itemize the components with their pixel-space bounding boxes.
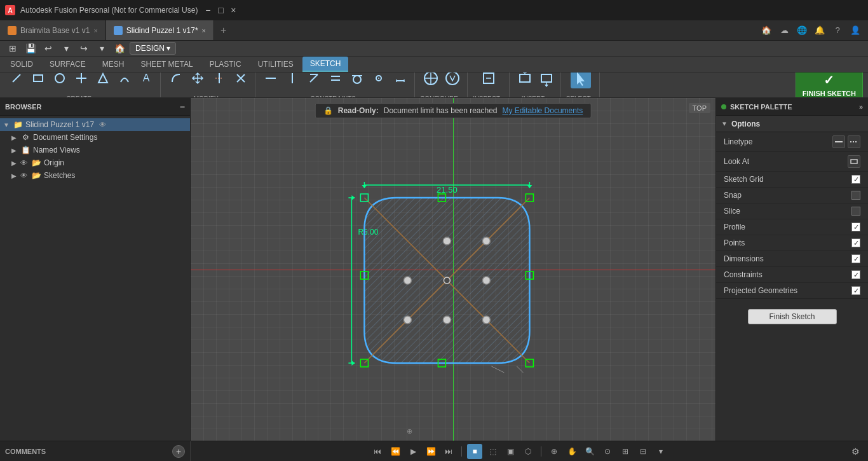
quick-access-button[interactable]: ⊞: [5, 41, 20, 56]
play-back-button[interactable]: ⏪: [388, 444, 403, 459]
minimize-button[interactable]: −: [203, 5, 213, 15]
chevron-right-icon-sketches[interactable]: ▶: [10, 172, 18, 179]
horizontal-constraint[interactable]: [261, 72, 281, 88]
help-icon[interactable]: ?: [830, 23, 845, 38]
points-checkbox[interactable]: [851, 238, 860, 247]
zoom-control[interactable]: 🔍: [582, 444, 597, 459]
skip-start-button[interactable]: ⏮: [370, 444, 385, 459]
editable-docs-link[interactable]: My Editable Documents: [503, 106, 583, 115]
dimension-tool[interactable]: [390, 72, 410, 88]
lookat-button[interactable]: [848, 155, 860, 168]
slice-checkbox[interactable]: [851, 207, 860, 216]
browser-item-origin[interactable]: ▶ 👁 📂 Origin: [0, 156, 190, 169]
arc-tool[interactable]: [114, 72, 135, 88]
cross-tool[interactable]: [71, 72, 92, 88]
configure-tool2[interactable]: [442, 72, 463, 88]
text-tool[interactable]: A: [136, 72, 156, 88]
toolbar-tab-plastic[interactable]: PLASTIC: [202, 57, 249, 71]
browser-collapse-button[interactable]: −: [180, 102, 185, 112]
design-dropdown-button[interactable]: DESIGN ▾: [130, 42, 176, 55]
constraints-checkbox[interactable]: [851, 270, 860, 279]
vertical-constraint[interactable]: [282, 72, 302, 88]
rect-tool[interactable]: [28, 72, 48, 88]
nav-back-button[interactable]: 🏠: [759, 23, 774, 38]
insert-tool1[interactable]: [515, 72, 535, 88]
toolbar-tab-utilities[interactable]: UTILITIES: [250, 57, 301, 71]
toolbar-tab-sketch[interactable]: SKETCH: [302, 57, 349, 72]
linetype-btn1[interactable]: [832, 135, 845, 148]
skip-end-button[interactable]: ⏭: [441, 444, 456, 459]
measure-tool[interactable]: [478, 72, 499, 88]
browser-item-named-views[interactable]: ▶ 📋 Named Views: [0, 144, 190, 156]
account-icon[interactable]: 👤: [848, 23, 863, 38]
tab-close-slidind[interactable]: ×: [202, 27, 206, 34]
finish-sketch-toolbar-button[interactable]: ✓ FINISH SKETCH: [796, 72, 863, 97]
play-forward-button[interactable]: ⏩: [423, 444, 438, 459]
chevron-down-icon[interactable]: ▼: [3, 121, 10, 128]
dimensions-checkbox[interactable]: [851, 254, 860, 263]
notification-icon[interactable]: 🔔: [812, 23, 827, 38]
play-button[interactable]: ▶: [405, 444, 421, 459]
undo-button[interactable]: ↩: [41, 41, 56, 56]
view-cube-hidden[interactable]: ⬡: [520, 444, 536, 459]
chevron-right-icon-origin[interactable]: ▶: [10, 160, 18, 167]
tri-tool[interactable]: [93, 72, 113, 88]
visibility-icon[interactable]: 👁: [99, 121, 106, 128]
move-tool[interactable]: [187, 72, 208, 88]
orbit-control[interactable]: ⊕: [546, 444, 562, 459]
save-button[interactable]: 💾: [23, 41, 38, 56]
tangent-constraint[interactable]: [347, 72, 367, 88]
redo-dropdown-button[interactable]: ▾: [94, 41, 109, 56]
more-control[interactable]: ▾: [653, 444, 668, 459]
configure-tool1[interactable]: [421, 72, 441, 88]
line-tool[interactable]: [6, 72, 27, 88]
toolbar-tab-solid[interactable]: SOLID: [3, 57, 41, 71]
insert-tool2[interactable]: [536, 72, 557, 88]
tab-slidind[interactable]: Slidind Puzzel 1 v17* ×: [106, 20, 214, 40]
view-cube-wire[interactable]: ⬚: [485, 444, 500, 459]
palette-expand-button[interactable]: »: [859, 103, 863, 111]
chevron-right-icon[interactable]: ▶: [10, 134, 18, 141]
add-comment-button[interactable]: +: [172, 445, 185, 458]
toolbar-tab-surface[interactable]: SURFACE: [42, 57, 93, 71]
eye-icon-sketches[interactable]: 👁: [20, 172, 27, 179]
toolbar-tab-sheetmetal[interactable]: SHEET METAL: [133, 57, 200, 71]
fit-control[interactable]: ⊙: [600, 444, 615, 459]
maximize-button[interactable]: □: [215, 5, 226, 15]
split-tool[interactable]: [209, 72, 229, 88]
browser-item-root[interactable]: ▼ 📁 Slidind Puzzel 1 v17 👁: [0, 118, 190, 131]
grid-more-control[interactable]: ⊟: [635, 444, 651, 459]
snap-checkbox[interactable]: [851, 191, 860, 200]
palette-options-header[interactable]: ▼ Options: [716, 116, 868, 132]
projected-geom-checkbox[interactable]: [851, 286, 860, 295]
select-tool[interactable]: [571, 72, 591, 88]
coincident-constraint[interactable]: [369, 72, 389, 88]
browser-item-doc-settings[interactable]: ▶ ⚙ Document Settings: [0, 131, 190, 144]
perp-constraint[interactable]: [304, 72, 324, 88]
sketch-grid-checkbox[interactable]: [851, 175, 860, 184]
fillet-tool[interactable]: [166, 72, 186, 88]
grid-control[interactable]: ⊞: [618, 444, 633, 459]
trim-tool[interactable]: [231, 72, 251, 88]
home-button[interactable]: 🏠: [112, 41, 127, 56]
close-button[interactable]: ×: [228, 5, 238, 15]
undo-dropdown-button[interactable]: ▾: [58, 41, 74, 56]
linetype-btn2[interactable]: [848, 135, 860, 148]
circle-tool[interactable]: [50, 72, 70, 88]
toolbar-tab-mesh[interactable]: MESH: [95, 57, 132, 71]
profile-checkbox[interactable]: [851, 223, 860, 231]
pan-control[interactable]: ✋: [564, 444, 580, 459]
tab-close-brainvita[interactable]: ×: [93, 27, 97, 34]
view-cube-solid[interactable]: ■: [467, 444, 482, 459]
viewport[interactable]: TOP 🔒 Read-Only: Document limit has been…: [191, 98, 715, 441]
parallel-constraint[interactable]: [325, 72, 346, 88]
finish-sketch-palette-button[interactable]: Finish Sketch: [748, 309, 837, 324]
browser-item-sketches[interactable]: ▶ 👁 📂 Sketches: [0, 169, 190, 182]
redo-button[interactable]: ↪: [76, 41, 92, 56]
chevron-right-icon-views[interactable]: ▶: [10, 147, 18, 154]
eye-icon-origin[interactable]: 👁: [20, 159, 27, 167]
tab-brainvita[interactable]: Brainvita Base v1 v1 ×: [0, 20, 106, 40]
settings-button[interactable]: ⚙: [848, 444, 863, 459]
view-cube-outline[interactable]: ▣: [503, 444, 518, 459]
tab-new-button[interactable]: +: [214, 20, 233, 40]
